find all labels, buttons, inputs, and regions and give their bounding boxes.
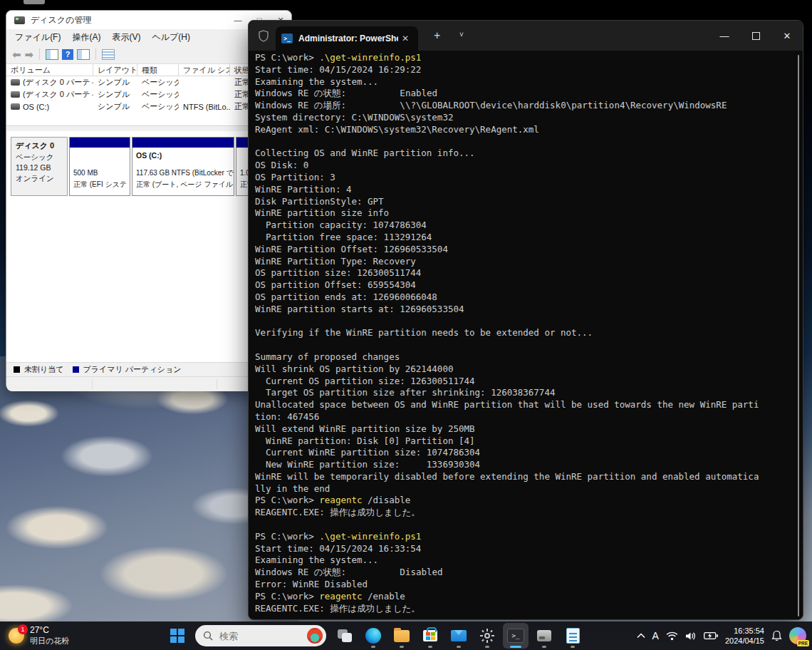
terminal-line: Disk PartitionStyle: GPT	[255, 196, 793, 208]
terminal-line: OS Disk: 0	[255, 160, 793, 172]
menu-action[interactable]: 操作(A)	[66, 30, 106, 45]
tab-dropdown-icon[interactable]: ˅	[459, 31, 464, 38]
terminal-line: Windows RE の場所: \\?\GLOBALROOT\device\ha…	[255, 100, 793, 112]
terminal-line: Target OS partition size after shrinking…	[255, 387, 793, 399]
volume-cell: ベーシック	[137, 101, 179, 112]
show-action-pane-icon[interactable]	[77, 49, 90, 60]
terminal-line: tion: 467456	[255, 411, 793, 423]
close-button[interactable]: ✕	[771, 21, 803, 51]
terminal-line: OS partition size: 126300511744	[255, 267, 793, 279]
tray-overflow-chevron-icon[interactable]	[637, 633, 645, 639]
background-window-edge	[24, 0, 45, 4]
partition-efi[interactable]: 500 MB 正常 (EFI システ	[69, 137, 130, 196]
disk0-label[interactable]: ディスク 0 ベーシック 119.12 GB オンライン	[11, 137, 68, 196]
running-indicator	[400, 646, 404, 648]
tray-date: 2024/04/15	[725, 636, 764, 645]
running-indicator	[542, 646, 546, 648]
unallocated-swatch	[14, 366, 20, 373]
terminal-line: Will shrink OS partition by 262144000	[255, 363, 793, 376]
running-indicator	[510, 646, 521, 648]
powershell-icon: >_	[281, 33, 293, 43]
taskbar-app-edge[interactable]	[360, 623, 386, 649]
terminal-titlebar[interactable]: >_ Administrator: PowerShell ✕ + ˅ — ✕	[249, 21, 803, 51]
column-header[interactable]: ボリューム	[6, 64, 93, 76]
terminal-output[interactable]: PS C:\work> .\get-winreinfo.ps1Start tim…	[255, 52, 793, 617]
terminal-line: Windows RE の状態: Disabled	[255, 567, 793, 579]
maximize-button[interactable]	[740, 21, 771, 51]
back-arrow-icon[interactable]: ⬅	[12, 49, 21, 60]
copilot-icon[interactable]: PRE	[789, 627, 806, 644]
properties-icon[interactable]	[102, 49, 115, 60]
volume-icon	[11, 103, 20, 110]
tab-administrator-powershell[interactable]: >_ Administrator: PowerShell ✕	[276, 26, 418, 51]
taskbar-app-disk-tool[interactable]	[531, 623, 557, 649]
disk-tool-icon	[537, 630, 551, 641]
volume-icon[interactable]	[685, 631, 697, 641]
notification-bell-icon[interactable]	[771, 630, 782, 641]
terminal-line: lly in the end	[255, 483, 793, 495]
partition-os-c[interactable]: OS (C:) 117.63 GB NTFS (BitLocker で 正常 (…	[132, 137, 234, 196]
toolbar-separator	[39, 48, 40, 60]
terminal-line: New WinRE partition size: 1336930304	[255, 459, 793, 471]
terminal-line	[255, 136, 793, 148]
volume-cell: OS (C:)	[6, 103, 93, 111]
running-indicator	[485, 646, 489, 648]
terminal-line: PS C:\work> reagentc /enable	[255, 591, 793, 603]
taskbar-app-settings[interactable]	[474, 623, 500, 649]
running-indicator	[371, 646, 375, 648]
taskbar-app-notepad[interactable]	[560, 623, 585, 649]
taskbar-app-file-explorer[interactable]	[389, 623, 415, 649]
mail-icon	[451, 630, 467, 641]
terminal-line: Error: WinRE Disabled	[255, 579, 793, 591]
disk0-name: ディスク 0	[16, 141, 54, 150]
column-header[interactable]: ファイル システム	[179, 64, 230, 76]
column-header[interactable]: 種類	[137, 64, 179, 76]
menu-file[interactable]: ファイル(F)	[9, 30, 66, 45]
terminal-line	[255, 519, 793, 531]
terminal-line: Start time: 04/15/2024 16:33:54	[255, 543, 793, 555]
taskbar-app-terminal[interactable]: >_	[503, 623, 529, 649]
wifi-icon[interactable]	[666, 631, 678, 641]
partition-color-strip	[132, 138, 234, 148]
copilot-pre-badge: PRE	[797, 640, 809, 646]
forward-arrow-icon[interactable]: ➡	[25, 49, 34, 60]
terminal-scrollbar[interactable]	[798, 55, 799, 617]
volume-cell: (ディスク 0 パーティシ...	[6, 89, 93, 100]
menu-help[interactable]: ヘルプ(H)	[146, 30, 196, 45]
partition-size: 500 MB	[73, 167, 127, 179]
taskbar-app-microsoft-store[interactable]	[417, 623, 443, 649]
clock[interactable]: 16:35:54 2024/04/15	[725, 626, 764, 646]
disk0-size: 119.12 GB	[16, 163, 51, 172]
disk-management-title: ディスクの管理	[31, 14, 91, 26]
search-highlight-icon	[307, 628, 323, 644]
minimize-button[interactable]: —	[227, 11, 249, 29]
taskbar: 1 27°C 明日の花粉 >_ A 16:35:	[0, 621, 812, 650]
settings-gear-icon	[479, 628, 495, 644]
terminal-line: Start time: 04/15/2024 16:29:22	[255, 64, 793, 76]
disk0-status: オンライン	[16, 174, 54, 182]
column-header[interactable]: レイアウト	[93, 64, 137, 76]
terminal-line: Partition free space: 113291264	[255, 232, 793, 244]
terminal-line: Collecting OS and WinRE partition info..…	[255, 148, 793, 160]
new-tab-button[interactable]: +	[428, 28, 446, 43]
primary-partition-swatch	[73, 366, 79, 373]
battery-charging-icon[interactable]	[704, 631, 718, 640]
show-console-tree-icon[interactable]	[46, 49, 58, 60]
taskbar-app-task-view[interactable]	[332, 623, 358, 649]
disk-management-app-icon	[14, 16, 25, 24]
taskbar-app-mail[interactable]	[446, 623, 472, 649]
menu-view[interactable]: 表示(V)	[106, 30, 146, 45]
search-input[interactable]	[218, 630, 302, 642]
terminal-line: REAGENTC.EXE: 操作は成功しました。	[255, 603, 793, 615]
disk0-type: ベーシック	[16, 153, 53, 161]
widgets-weather-button[interactable]: 1 27°C 明日の花粉	[4, 624, 73, 648]
help-icon[interactable]: ?	[62, 49, 73, 60]
minimize-button[interactable]: —	[709, 21, 740, 51]
volume-cell: ベーシック	[137, 77, 179, 88]
start-button[interactable]	[165, 624, 189, 648]
volume-icon	[11, 79, 20, 86]
search-box[interactable]	[195, 625, 326, 646]
terminal-line: Current WinRE partition size: 1074786304	[255, 447, 793, 459]
ime-indicator[interactable]: A	[652, 630, 659, 641]
tab-close-icon[interactable]: ✕	[398, 32, 412, 45]
